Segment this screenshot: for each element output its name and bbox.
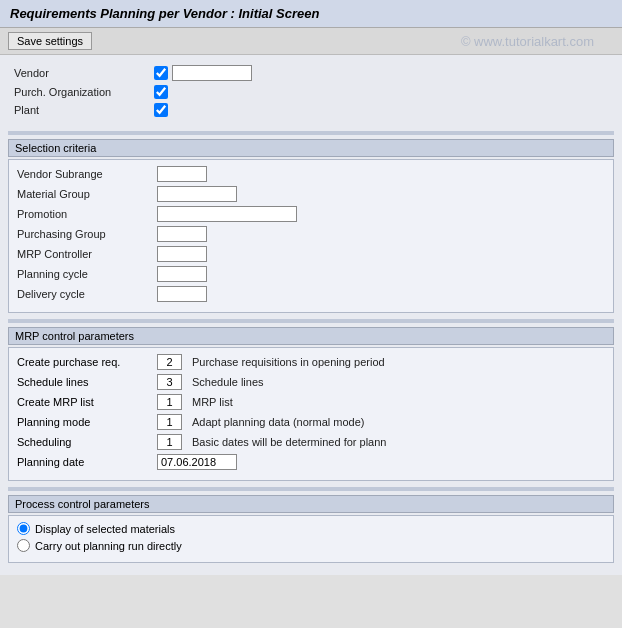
display-selected-materials-label: Display of selected materials: [35, 523, 175, 535]
delivery-cycle-input[interactable]: [157, 286, 207, 302]
planning-cycle-row: Planning cycle: [17, 266, 605, 282]
create-purchase-req-input[interactable]: [157, 354, 182, 370]
delivery-cycle-row: Delivery cycle: [17, 286, 605, 302]
delivery-cycle-label: Delivery cycle: [17, 288, 157, 300]
purch-org-label: Purch. Organization: [14, 86, 154, 98]
mrp-control-header: MRP control parameters: [8, 327, 614, 345]
planning-mode-desc: Adapt planning data (normal mode): [192, 416, 364, 428]
material-group-row: Material Group: [17, 186, 605, 202]
title-bar: Requirements Planning per Vendor : Initi…: [0, 0, 622, 28]
watermark: © www.tutorialkart.com: [461, 34, 594, 49]
purchasing-group-label: Purchasing Group: [17, 228, 157, 240]
create-mrp-list-row: Create MRP list MRP list: [17, 394, 605, 410]
vendor-subrange-input[interactable]: [157, 166, 207, 182]
create-mrp-list-label: Create MRP list: [17, 396, 157, 408]
planning-date-input[interactable]: [157, 454, 237, 470]
toolbar: Save settings © www.tutorialkart.com: [0, 28, 622, 55]
save-settings-button[interactable]: Save settings: [8, 32, 92, 50]
material-group-label: Material Group: [17, 188, 157, 200]
schedule-lines-desc: Schedule lines: [192, 376, 264, 388]
carry-out-planning-label: Carry out planning run directly: [35, 540, 182, 552]
selection-criteria-header: Selection criteria: [8, 139, 614, 157]
scheduling-label: Scheduling: [17, 436, 157, 448]
process-control-header: Process control parameters: [8, 495, 614, 513]
create-mrp-list-input[interactable]: [157, 394, 182, 410]
planning-mode-label: Planning mode: [17, 416, 157, 428]
display-selected-materials-row: Display of selected materials: [17, 522, 605, 535]
mrp-controller-input[interactable]: [157, 246, 207, 262]
scheduling-row: Scheduling Basic dates will be determine…: [17, 434, 605, 450]
vendor-checkbox[interactable]: [154, 66, 168, 80]
planning-mode-row: Planning mode Adapt planning data (norma…: [17, 414, 605, 430]
material-group-input[interactable]: [157, 186, 237, 202]
plant-checkbox[interactable]: [154, 103, 168, 117]
vendor-input[interactable]: [172, 65, 252, 81]
create-purchase-req-desc: Purchase requisitions in opening period: [192, 356, 385, 368]
promotion-label: Promotion: [17, 208, 157, 220]
promotion-row: Promotion: [17, 206, 605, 222]
create-purchase-req-label: Create purchase req.: [17, 356, 157, 368]
vendor-subrange-label: Vendor Subrange: [17, 168, 157, 180]
display-selected-materials-radio[interactable]: [17, 522, 30, 535]
planning-date-row: Planning date: [17, 454, 605, 470]
planning-mode-input[interactable]: [157, 414, 182, 430]
purchasing-group-input[interactable]: [157, 226, 207, 242]
vendor-subrange-row: Vendor Subrange: [17, 166, 605, 182]
vendor-label: Vendor: [14, 67, 154, 79]
schedule-lines-label: Schedule lines: [17, 376, 157, 388]
scheduling-desc: Basic dates will be determined for plann: [192, 436, 386, 448]
planning-cycle-input[interactable]: [157, 266, 207, 282]
schedule-lines-input[interactable]: [157, 374, 182, 390]
mrp-controller-row: MRP Controller: [17, 246, 605, 262]
planning-date-label: Planning date: [17, 456, 157, 468]
promotion-input[interactable]: [157, 206, 297, 222]
schedule-lines-row: Schedule lines Schedule lines: [17, 374, 605, 390]
carry-out-planning-row: Carry out planning run directly: [17, 539, 605, 552]
carry-out-planning-radio[interactable]: [17, 539, 30, 552]
purch-org-checkbox[interactable]: [154, 85, 168, 99]
page-title: Requirements Planning per Vendor : Initi…: [10, 6, 319, 21]
plant-label: Plant: [14, 104, 154, 116]
purchasing-group-row: Purchasing Group: [17, 226, 605, 242]
planning-cycle-label: Planning cycle: [17, 268, 157, 280]
scheduling-input[interactable]: [157, 434, 182, 450]
create-mrp-list-desc: MRP list: [192, 396, 233, 408]
create-purchase-req-row: Create purchase req. Purchase requisitio…: [17, 354, 605, 370]
mrp-controller-label: MRP Controller: [17, 248, 157, 260]
